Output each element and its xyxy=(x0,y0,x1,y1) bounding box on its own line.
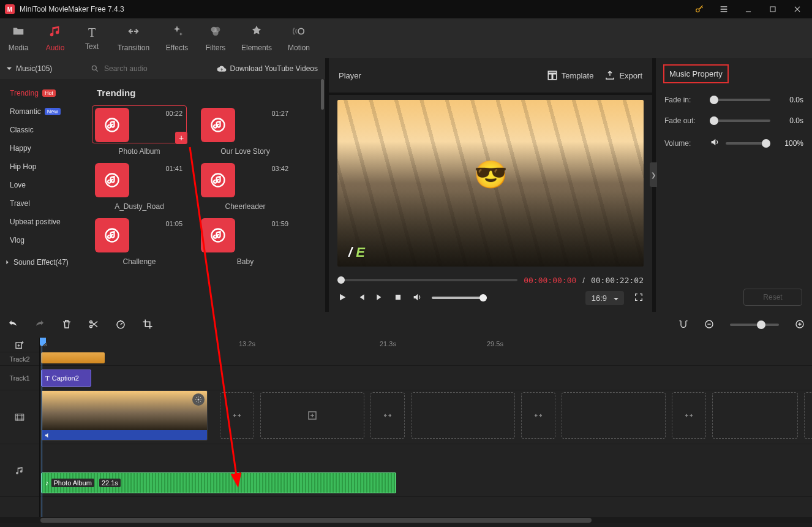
fade-out-slider[interactable] xyxy=(710,119,770,122)
reset-button[interactable]: Reset xyxy=(743,289,802,306)
media-dropzone[interactable] xyxy=(712,392,798,439)
ruler-tick: 0s xyxy=(40,340,47,347)
category-item-travel[interactable]: Travel xyxy=(0,194,86,213)
zoom-slider[interactable] xyxy=(730,324,779,326)
delete-button[interactable] xyxy=(61,319,72,332)
close-button[interactable] xyxy=(788,0,807,18)
track-headers: Track2 Track1 xyxy=(0,338,40,517)
seek-bar[interactable] xyxy=(337,279,517,281)
horizontal-scrollbar[interactable] xyxy=(0,517,812,523)
volume-slider[interactable] xyxy=(432,297,487,299)
audio-item[interactable]: 01:41A_Dusty_Road xyxy=(92,161,187,211)
download-youtube-link[interactable]: Download YouTube Videos xyxy=(217,64,325,74)
undo-button[interactable] xyxy=(7,319,18,332)
tab-label: Motion xyxy=(288,44,310,52)
category-item-vlog[interactable]: Vlog xyxy=(0,231,86,249)
search-input[interactable] xyxy=(103,64,170,74)
track-header-audio[interactable] xyxy=(0,444,39,497)
audio-item[interactable]: 01:27Our Love Story xyxy=(198,105,293,156)
category-item-classic[interactable]: Classic xyxy=(0,121,86,139)
download-youtube-label: Download YouTube Videos xyxy=(230,64,318,73)
search-box[interactable] xyxy=(86,64,217,74)
snap-button[interactable] xyxy=(679,319,688,331)
transition-dropzone[interactable] xyxy=(220,392,254,439)
tab-text[interactable]: T Text xyxy=(73,18,110,58)
tab-media[interactable]: Media xyxy=(0,18,37,58)
minimize-button[interactable] xyxy=(739,0,758,18)
track-header-video[interactable] xyxy=(0,390,39,444)
template-button[interactable]: Template xyxy=(547,70,594,81)
transition-dropzone[interactable] xyxy=(370,392,405,439)
volume-icon[interactable] xyxy=(412,292,422,304)
tab-transition[interactable]: Transition xyxy=(110,18,157,58)
clip-audio[interactable]: ♪ Photo Album 22.1s xyxy=(41,472,396,493)
category-sound-effect[interactable]: Sound Effect(47) xyxy=(0,253,86,271)
audio-duration: 01:59 xyxy=(271,220,288,227)
vertical-scrollbar[interactable] xyxy=(321,79,324,312)
category-item-trending[interactable]: Trending Hot xyxy=(0,84,86,102)
clip-video[interactable] xyxy=(41,390,208,441)
category-item-love[interactable]: Love xyxy=(0,176,86,194)
category-item-upbeat[interactable]: Upbeat positive xyxy=(0,213,86,231)
audio-item[interactable]: 01:59Baby xyxy=(198,216,293,266)
add-track-button[interactable] xyxy=(0,338,39,352)
category-label: Travel xyxy=(10,199,30,208)
stop-button[interactable] xyxy=(394,293,402,303)
audio-thumb xyxy=(95,218,129,252)
key-icon[interactable] xyxy=(690,0,709,18)
tab-motion[interactable]: Motion xyxy=(279,18,318,58)
main-tabs: Media Audio T Text Transition Effects Fi… xyxy=(0,18,812,58)
play-button[interactable] xyxy=(337,292,347,304)
audio-item[interactable]: 03:42Cheerleader xyxy=(198,161,293,211)
maximize-button[interactable] xyxy=(763,0,783,18)
audio-item[interactable]: 00:22+Photo Album xyxy=(92,105,187,156)
next-frame-button[interactable] xyxy=(375,293,384,303)
split-button[interactable] xyxy=(88,319,99,332)
fade-in-slider[interactable] xyxy=(710,99,770,101)
category-item-romantic[interactable]: Romantic New xyxy=(0,102,86,121)
transition-dropzone[interactable] xyxy=(521,392,555,439)
aspect-ratio-select[interactable]: 16:9 xyxy=(585,291,624,305)
tab-effects[interactable]: Effects xyxy=(157,18,197,58)
media-dropzone[interactable] xyxy=(260,392,364,439)
transition-dropzone[interactable] xyxy=(672,392,706,439)
prev-frame-button[interactable] xyxy=(357,293,366,303)
clip-settings-icon[interactable] xyxy=(192,393,205,406)
transition-dropzone[interactable] xyxy=(804,392,812,439)
add-button[interactable]: + xyxy=(175,132,187,144)
clip-track2[interactable] xyxy=(41,352,105,363)
media-dropzone[interactable] xyxy=(411,392,515,439)
hamburger-icon[interactable] xyxy=(714,0,734,18)
properties-panel: ❯ Music Property Fade in: 0.0s Fade out:… xyxy=(656,58,812,312)
category-item-happy[interactable]: Happy xyxy=(0,139,86,157)
export-button[interactable]: Export xyxy=(604,70,642,81)
audio-item[interactable]: 01:05Challenge xyxy=(92,216,187,266)
emoji-overlay: 😎 xyxy=(474,159,508,191)
player-title: Player xyxy=(339,71,361,80)
tab-elements[interactable]: Elements xyxy=(234,18,279,58)
collapse-handle[interactable]: ❯ xyxy=(650,162,657,187)
track-header-track2[interactable]: Track2 xyxy=(0,352,39,366)
tab-label: Media xyxy=(9,44,29,52)
audio-name: Cheerleader xyxy=(198,199,293,211)
redo-button[interactable] xyxy=(34,319,45,332)
volume-slider[interactable] xyxy=(726,142,770,145)
audio-duration: 01:41 xyxy=(165,165,182,172)
category-header[interactable]: Music(105) xyxy=(0,64,86,73)
media-dropzone[interactable] xyxy=(562,392,666,439)
clip-caption[interactable]: T Caption2 xyxy=(41,370,91,387)
preview-viewport[interactable]: 😎 / E xyxy=(337,100,644,267)
crop-button[interactable] xyxy=(142,319,153,332)
tab-audio[interactable]: Audio xyxy=(37,18,73,58)
time-ruler[interactable]: 0s13.2s21.3s29.5s xyxy=(40,338,812,352)
category-item-hiphop[interactable]: Hip Hop xyxy=(0,157,86,176)
track-header-track1[interactable]: Track1 xyxy=(0,366,39,390)
zoom-in-button[interactable] xyxy=(795,319,805,331)
svg-rect-20 xyxy=(15,414,24,420)
tab-filters[interactable]: Filters xyxy=(197,18,234,58)
fullscreen-button[interactable] xyxy=(634,292,644,304)
timeline-canvas[interactable]: 0s13.2s21.3s29.5s T Caption2 xyxy=(40,338,812,517)
speed-button[interactable] xyxy=(115,319,126,332)
zoom-out-button[interactable] xyxy=(704,319,714,331)
template-label: Template xyxy=(562,71,594,80)
